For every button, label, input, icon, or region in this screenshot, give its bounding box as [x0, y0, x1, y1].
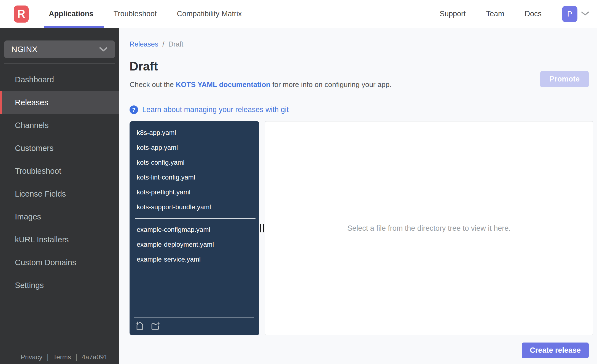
privacy-link[interactable]: Privacy [21, 353, 42, 361]
avatar-initial: P [567, 10, 572, 18]
sidebar-item-channels[interactable]: Channels [0, 114, 119, 137]
help-icon: ? [130, 105, 138, 114]
promote-button[interactable]: Promote [540, 71, 589, 87]
create-release-row: Create release [130, 343, 593, 358]
create-release-button[interactable]: Create release [522, 343, 589, 358]
nav-link-docs[interactable]: Docs [525, 10, 542, 18]
nav-link-team[interactable]: Team [486, 10, 504, 18]
git-help-row: ? Learn about managing your releases wit… [130, 105, 593, 114]
sidebar-menu: DashboardReleasesChannelsCustomersTroubl… [0, 68, 119, 297]
sidebar-item-license-fields[interactable]: License Fields [0, 183, 119, 205]
sidebar-item-custom-domains[interactable]: Custom Domains [0, 251, 119, 274]
release-editor-panels: k8s-app.yamlkots-app.yamlkots-config.yam… [130, 121, 593, 335]
footer-separator: | [47, 353, 49, 361]
app-logo[interactable]: R [14, 6, 29, 23]
app-logo-letter: R [17, 8, 25, 20]
sidebar-item-troubleshoot[interactable]: Troubleshoot [0, 160, 119, 183]
file-tree-item[interactable]: example-service.yaml [130, 252, 259, 267]
sidebar-divider [4, 63, 115, 64]
new-file-icon[interactable] [135, 321, 145, 331]
subtitle-suffix: for more info on configuring your app. [270, 80, 391, 89]
terms-link[interactable]: Terms [53, 353, 71, 361]
subtitle: Check out the KOTS YAML documentation fo… [130, 80, 593, 89]
top-nav: R ApplicationsTroubleshootCompatibility … [0, 0, 597, 28]
sidebar-item-customers[interactable]: Customers [0, 137, 119, 160]
kots-yaml-doc-link[interactable]: KOTS YAML documentation [176, 80, 270, 89]
sidebar: NGINX DashboardReleasesChannelsCustomers… [0, 28, 119, 364]
nav-item-troubleshoot[interactable]: Troubleshoot [114, 10, 157, 18]
breadcrumb-current: Draft [168, 40, 183, 48]
breadcrumb: Releases / Draft [130, 28, 593, 48]
subtitle-prefix: Check out the [130, 80, 176, 89]
panel-resize-handle[interactable] [259, 223, 265, 233]
new-folder-icon[interactable] [150, 321, 160, 331]
file-tree-list: k8s-app.yamlkots-app.yamlkots-config.yam… [130, 125, 259, 317]
page-title: Draft [130, 59, 593, 74]
file-group-divider [135, 218, 256, 219]
top-nav-right: SupportTeamDocs P [440, 6, 589, 22]
resize-handle-bar [260, 224, 261, 232]
file-tree-item[interactable]: kots-support-bundle.yaml [130, 200, 259, 214]
build-id: 4a7a091 [82, 353, 107, 361]
file-tree-actions [130, 317, 259, 335]
vendor-portal-page: R ApplicationsTroubleshootCompatibility … [0, 0, 597, 364]
file-tree-item[interactable]: kots-app.yaml [130, 140, 259, 155]
top-nav-links: SupportTeamDocs [440, 10, 542, 18]
nav-link-support[interactable]: Support [440, 10, 466, 18]
footer-separator: | [76, 353, 77, 361]
chevron-down-icon [99, 47, 108, 52]
app-selector-label: NGINX [11, 45, 37, 54]
file-tree-item[interactable]: k8s-app.yaml [130, 125, 259, 140]
file-tree-item[interactable]: example-deployment.yaml [130, 237, 259, 252]
chevron-down-icon[interactable] [581, 11, 589, 17]
nav-item-applications[interactable]: Applications [49, 10, 93, 18]
file-tree-item[interactable]: kots-lint-config.yaml [130, 170, 259, 185]
sidebar-footer: Privacy | Terms | 4a7a091 [21, 353, 107, 361]
sidebar-item-images[interactable]: Images [0, 205, 119, 228]
nav-item-compatibility-matrix[interactable]: Compatibility Matrix [177, 10, 242, 18]
file-viewer-panel: Select a file from the directory tree to… [265, 121, 593, 335]
sidebar-item-kurl-installers[interactable]: kURL Installers [0, 228, 119, 251]
sidebar-item-releases[interactable]: Releases [0, 91, 119, 114]
file-tree-item[interactable]: kots-config.yaml [130, 155, 259, 170]
main-content: Releases / Draft Draft Check out the KOT… [119, 28, 597, 364]
avatar[interactable]: P [562, 6, 577, 22]
file-tree-item[interactable]: kots-preflight.yaml [130, 185, 259, 200]
breadcrumb-separator: / [162, 40, 164, 48]
breadcrumb-releases-link[interactable]: Releases [130, 40, 158, 48]
app-selector[interactable]: NGINX [4, 40, 115, 58]
git-releases-link[interactable]: Learn about managing your releases with … [142, 105, 289, 114]
sidebar-item-dashboard[interactable]: Dashboard [0, 68, 119, 91]
primary-nav: ApplicationsTroubleshootCompatibility Ma… [49, 10, 242, 18]
file-viewer-placeholder: Select a file from the directory tree to… [347, 224, 511, 233]
sidebar-item-settings[interactable]: Settings [0, 274, 119, 297]
file-tree-item[interactable]: example-configmap.yaml [130, 222, 259, 237]
user-menu[interactable]: P [562, 6, 589, 22]
active-tab-underline [44, 26, 104, 28]
resize-handle-bar [263, 224, 264, 232]
file-tree-panel: k8s-app.yamlkots-app.yamlkots-config.yam… [130, 121, 259, 335]
